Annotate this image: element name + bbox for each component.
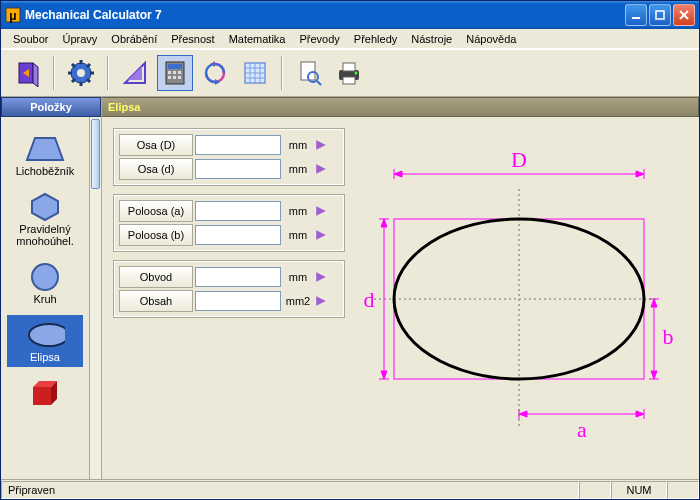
svg-point-9 xyxy=(77,69,85,77)
form-group-results: Obvod mm Obsah mm2 xyxy=(114,261,344,317)
svg-marker-65 xyxy=(381,371,387,379)
svg-point-46 xyxy=(29,324,65,346)
play-icon[interactable] xyxy=(315,229,327,241)
form-group-semiaxes: Poloosa (a) mm Poloosa (b) mm xyxy=(114,195,344,251)
label-poloosa-b[interactable]: Poloosa (b) xyxy=(119,224,193,246)
toolbar-door-button[interactable] xyxy=(9,55,45,91)
svg-marker-51 xyxy=(316,164,326,174)
menu-nastroje[interactable]: Nástroje xyxy=(405,31,458,47)
svg-point-45 xyxy=(32,264,58,290)
label-osa-d-lower[interactable]: Osa (d) xyxy=(119,158,193,180)
input-osa-d-upper[interactable] xyxy=(195,135,281,155)
diagram-label-d-upper: D xyxy=(511,147,527,172)
diagram-label-b: b xyxy=(663,324,674,349)
svg-rect-25 xyxy=(173,76,176,79)
svg-rect-41 xyxy=(343,77,355,84)
main-header: Elipsa xyxy=(102,97,699,117)
play-icon[interactable] xyxy=(315,163,327,175)
menu-upravy[interactable]: Úpravy xyxy=(56,31,103,47)
toolbar-calculator-button[interactable] xyxy=(157,55,193,91)
menu-matematika[interactable]: Matematika xyxy=(223,31,292,47)
diagram-label-d-lower: d xyxy=(364,287,375,312)
input-osa-d-lower[interactable] xyxy=(195,159,281,179)
menu-prevody[interactable]: Převody xyxy=(293,31,345,47)
hexagon-icon xyxy=(25,191,65,223)
page-magnify-icon xyxy=(295,59,323,87)
refresh-icon xyxy=(201,59,229,87)
trapezoid-icon xyxy=(25,134,65,164)
play-icon[interactable] xyxy=(315,271,327,283)
svg-marker-52 xyxy=(316,206,326,216)
sidebar-item-label: Elipsa xyxy=(30,351,60,363)
play-icon[interactable] xyxy=(315,139,327,151)
menu-presnost[interactable]: Přesnost xyxy=(165,31,220,47)
menu-napoveda[interactable]: Nápověda xyxy=(460,31,522,47)
svg-rect-40 xyxy=(343,63,355,71)
calculator-icon xyxy=(161,59,189,87)
triangle-icon xyxy=(121,59,149,87)
statusbar: Připraven NUM xyxy=(1,479,699,499)
svg-marker-64 xyxy=(381,219,387,227)
sidebar-scrollbar[interactable] xyxy=(89,117,101,479)
menu-prehledy[interactable]: Přehledy xyxy=(348,31,403,47)
sidebar-item-label: Kruh xyxy=(33,293,56,305)
svg-rect-24 xyxy=(168,76,171,79)
svg-marker-53 xyxy=(316,230,326,240)
svg-marker-43 xyxy=(27,138,63,160)
menu-obrabeni[interactable]: Obrábění xyxy=(105,31,163,47)
unit-label: mm2 xyxy=(283,295,313,307)
label-obsah[interactable]: Obsah xyxy=(119,290,193,312)
play-icon[interactable] xyxy=(315,205,327,217)
toolbar-grid-button[interactable] xyxy=(237,55,273,91)
svg-rect-26 xyxy=(178,76,181,79)
grid-icon xyxy=(241,59,269,87)
label-poloosa-a[interactable]: Poloosa (a) xyxy=(119,200,193,222)
svg-rect-21 xyxy=(168,71,171,74)
svg-line-38 xyxy=(317,81,321,85)
printer-icon xyxy=(335,59,363,87)
svg-line-17 xyxy=(72,79,75,82)
svg-marker-60 xyxy=(636,171,644,177)
toolbar-settings-button[interactable] xyxy=(63,55,99,91)
close-button[interactable] xyxy=(673,4,695,26)
toolbar-print-button[interactable] xyxy=(331,55,367,91)
gear-icon xyxy=(67,59,95,87)
svg-rect-20 xyxy=(168,64,182,69)
svg-marker-75 xyxy=(636,411,644,417)
maximize-button[interactable] xyxy=(649,4,671,26)
play-icon[interactable] xyxy=(315,295,327,307)
svg-rect-22 xyxy=(173,71,176,74)
form-group-axes: Osa (D) mm Osa (d) mm xyxy=(114,129,344,185)
menu-soubor[interactable]: Soubor xyxy=(7,31,54,47)
status-num: NUM xyxy=(611,481,667,499)
sidebar-item-kruh[interactable]: Kruh xyxy=(7,257,83,309)
toolbar-preview-button[interactable] xyxy=(291,55,327,91)
input-obsah[interactable] xyxy=(195,291,281,311)
sidebar-item-cube[interactable] xyxy=(7,373,83,413)
toolbar-refresh-button[interactable] xyxy=(197,55,233,91)
window-title: Mechanical Calculator 7 xyxy=(25,8,625,22)
unit-label: mm xyxy=(283,229,313,241)
input-poloosa-a[interactable] xyxy=(195,201,281,221)
unit-label: mm xyxy=(283,163,313,175)
svg-marker-74 xyxy=(519,411,527,417)
diagram-label-a: a xyxy=(577,417,587,442)
sidebar-item-label: Lichoběžník xyxy=(16,165,75,177)
svg-line-15 xyxy=(87,79,90,82)
scrollbar-thumb[interactable] xyxy=(91,119,100,189)
minimize-button[interactable] xyxy=(625,4,647,26)
svg-marker-44 xyxy=(32,194,58,220)
cube-icon xyxy=(25,381,65,405)
sidebar-item-mnohouhelnik[interactable]: Pravidelný mnohoúhel. xyxy=(7,187,83,251)
label-obvod[interactable]: Obvod xyxy=(119,266,193,288)
sidebar-header: Položky xyxy=(1,97,101,117)
unit-label: mm xyxy=(283,205,313,217)
input-poloosa-b[interactable] xyxy=(195,225,281,245)
sidebar-item-lichobeznik[interactable]: Lichoběžník xyxy=(7,129,83,181)
sidebar-item-elipsa[interactable]: Elipsa xyxy=(7,315,83,367)
input-obvod[interactable] xyxy=(195,267,281,287)
toolbar-triangle-button[interactable] xyxy=(117,55,153,91)
label-osa-d-upper[interactable]: Osa (D) xyxy=(119,134,193,156)
sidebar-item-label: Pravidelný mnohoúhel. xyxy=(9,223,81,247)
menubar: Soubor Úpravy Obrábění Přesnost Matemati… xyxy=(1,29,699,49)
